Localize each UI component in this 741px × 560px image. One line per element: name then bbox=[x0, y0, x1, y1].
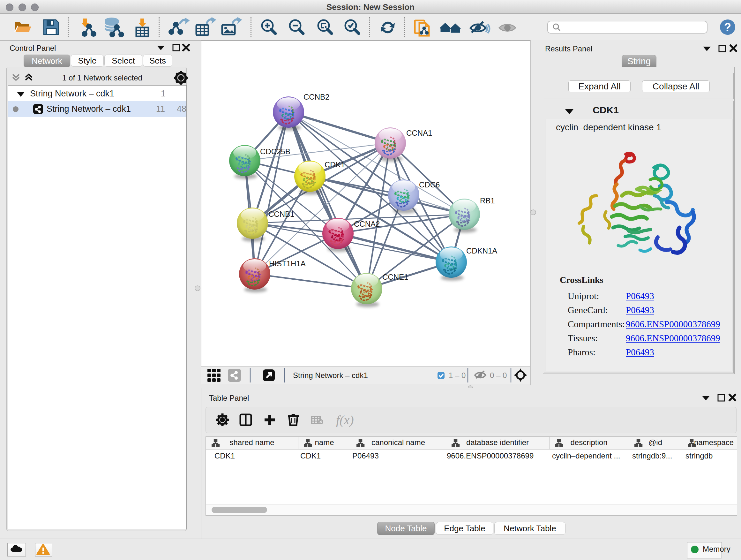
svg-text:?: ? bbox=[724, 21, 731, 34]
svg-text:CCNE1: CCNE1 bbox=[382, 273, 408, 281]
svg-text:CCNA2: CCNA2 bbox=[354, 220, 380, 228]
svg-text:0 – 0: 0 – 0 bbox=[490, 371, 507, 380]
svg-text:String Network – cdk1: String Network – cdk1 bbox=[293, 371, 368, 380]
svg-text:CCNB2: CCNB2 bbox=[304, 92, 329, 101]
svg-text:CDC25B: CDC25B bbox=[260, 147, 290, 156]
svg-text:CCNB1: CCNB1 bbox=[268, 210, 294, 219]
svg-text:HIST1H1A: HIST1H1A bbox=[269, 259, 306, 268]
svg-text:CDKN1A: CDKN1A bbox=[466, 246, 497, 255]
svg-text:RB1: RB1 bbox=[480, 196, 495, 205]
svg-text:f(x): f(x) bbox=[336, 413, 354, 427]
svg-text:CCNA1: CCNA1 bbox=[406, 129, 432, 137]
svg-text:CDK1: CDK1 bbox=[325, 160, 345, 169]
svg-text:1 – 0: 1 – 0 bbox=[449, 371, 466, 380]
svg-text:CDC6: CDC6 bbox=[419, 180, 440, 189]
